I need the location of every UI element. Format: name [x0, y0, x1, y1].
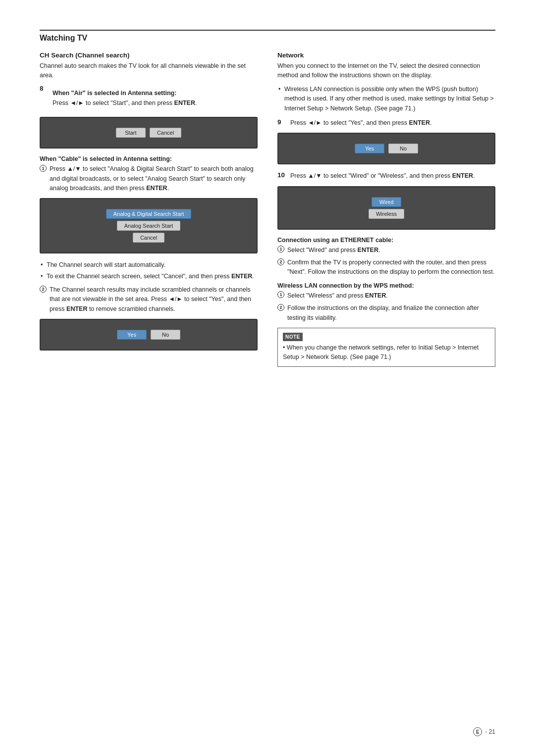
circled-w2: 2: [277, 304, 284, 311]
screen2-analog-digital-button: Analog & Digital Search Start: [106, 209, 191, 219]
channel-search-bullets: The Channel search will start automatica…: [40, 260, 258, 281]
network-bullets: Wireless LAN connection is possible only…: [277, 85, 495, 113]
wps-step2: 2 Follow the instructions on the display…: [277, 303, 495, 323]
screen3-no-button: No: [151, 330, 180, 340]
section-title: Watching TV: [40, 34, 495, 43]
left-column: CH Search (Channel search) Channel auto …: [40, 51, 258, 367]
circled-1: 1: [40, 165, 47, 172]
wps-step1-number: 1: [277, 291, 285, 299]
right-column: Network When you connect to the Internet…: [277, 51, 495, 367]
circle-e-icon: E: [473, 727, 482, 736]
step10-container: 10 Press ▲/▼ to select "Wired" or "Wirel…: [277, 171, 495, 181]
cable-step1: 1 Press ▲/▼ to select "Analog & Digital …: [40, 164, 258, 193]
network-title: Network: [277, 51, 495, 59]
ethernet-step1-number: 1: [277, 246, 285, 253]
step8-heading: When "Air" is selected in Antenna settin…: [53, 90, 197, 97]
screen1-mockup: Start Cancel: [40, 117, 258, 149]
step8-container: 8 When "Air" is selected in Antenna sett…: [40, 85, 258, 112]
screen1-cancel-button: Cancel: [150, 128, 181, 138]
screen5-mockup: Wired Wireless: [277, 186, 495, 230]
ethernet-step2-number: 2: [277, 258, 285, 265]
step8-enter: ENTER: [174, 100, 195, 106]
cable-step1-enter: ENTER: [146, 185, 167, 192]
cable-step2-number: 2: [40, 285, 48, 293]
ethernet-step1: 1 Select "Wired" and press ENTER.: [277, 246, 495, 255]
step10-text: Press ▲/▼ to select "Wired" or "Wireless…: [290, 171, 475, 181]
cable-heading: When "Cable" is selected in Antenna sett…: [40, 155, 258, 162]
wps-step1-content: Select "Wireless" and press ENTER.: [287, 291, 388, 301]
circled-2: 2: [40, 286, 47, 293]
step10-number: 10: [277, 171, 287, 179]
ch-search-intro: Channel auto search makes the TV look fo…: [40, 61, 258, 81]
screen4-no-button: No: [388, 144, 418, 153]
network-intro: When you connect to the Internet on the …: [277, 61, 495, 81]
two-column-layout: CH Search (Channel search) Channel auto …: [40, 51, 495, 367]
bullet-1: The Channel search will start automatica…: [40, 260, 258, 270]
ethernet-step2: 2 Confirm that the TV is properly connec…: [277, 258, 495, 277]
ethernet-step1-content: Select "Wired" and press ENTER.: [287, 246, 380, 255]
screen2-cancel-button: Cancel: [133, 233, 164, 243]
step9-enter: ENTER: [409, 119, 430, 126]
screen5-wired-button: Wired: [372, 197, 401, 207]
bullet-2: To exit the Channel search screen, selec…: [40, 272, 258, 281]
step9-number: 9: [277, 118, 287, 126]
circled-e1: 1: [277, 246, 284, 252]
circled-e2: 2: [277, 258, 284, 265]
screen4-yes-button: Yes: [355, 144, 384, 153]
screen3-mockup: Yes No: [40, 319, 258, 351]
cable-step2: 2 The Channel search results may include…: [40, 285, 258, 314]
screen2-analog-button: Analog Search Start: [117, 221, 180, 231]
page-container: Watching TV CH Search (Channel search) C…: [0, 0, 535, 756]
wps-step2-number: 2: [277, 303, 285, 311]
screen5-wireless-button: Wireless: [369, 209, 404, 219]
screen2-mockup: Analog & Digital Search Start Analog Sea…: [40, 198, 258, 253]
screen1-start-button: Start: [116, 128, 146, 138]
screen4-mockup: Yes No: [277, 133, 495, 164]
network-bullet: Wireless LAN connection is possible only…: [277, 85, 495, 113]
note-text: • When you change the network settings, …: [283, 343, 490, 362]
cable-step2-content: The Channel search results may include s…: [50, 285, 258, 314]
wps-step1: 1 Select "Wireless" and press ENTER.: [277, 291, 495, 301]
page-footer: E - 21: [473, 727, 495, 736]
step9-container: 9 Press ◄/► to select "Yes", and then pr…: [277, 118, 495, 128]
note-box: NOTE • When you change the network setti…: [277, 328, 495, 367]
cable-step1-number: 1: [40, 164, 48, 172]
ethernet-heading: Connection using an ETHERNET cable:: [277, 237, 495, 244]
ethernet-step2-content: Confirm that the TV is properly connecte…: [287, 258, 495, 277]
step8-number: 8: [40, 85, 50, 92]
cable-step1-content: Press ▲/▼ to select "Analog & Digital Se…: [50, 164, 258, 193]
step8-text: Press ◄/► to select "Start", and then pr…: [53, 99, 197, 108]
wps-heading: Wireless LAN connection by the WPS metho…: [277, 282, 495, 289]
ch-search-title: CH Search (Channel search): [40, 51, 258, 59]
screen3-yes-button: Yes: [117, 330, 147, 340]
circled-w1: 1: [277, 291, 284, 298]
step9-text: Press ◄/► to select "Yes", and then pres…: [290, 118, 431, 128]
page-number: - 21: [485, 728, 495, 735]
note-label: NOTE: [283, 333, 303, 341]
wps-step2-content: Follow the instructions on the display, …: [287, 303, 495, 323]
section-header: Watching TV: [40, 30, 495, 43]
